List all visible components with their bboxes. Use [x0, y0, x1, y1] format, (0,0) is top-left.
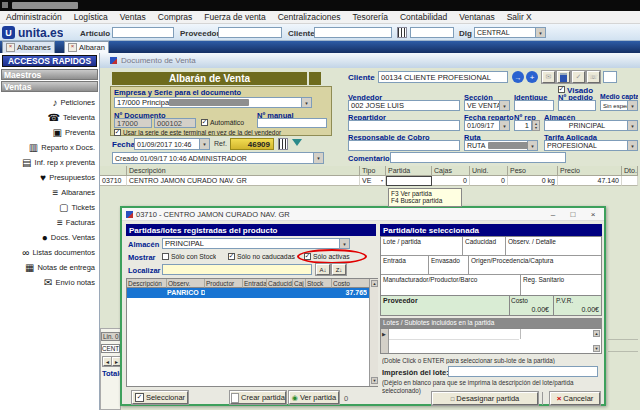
- num-rep-spinner[interactable]: 1: [514, 120, 532, 131]
- sidebar-item-facturas[interactable]: ≡Facturas: [0, 215, 99, 230]
- cell-unid[interactable]: 0: [470, 176, 508, 186]
- scroll-down-icon[interactable]: ▼: [593, 345, 600, 352]
- manufacturador-field[interactable]: Manufacturador/Productor/Barco: [381, 275, 521, 295]
- col-caj[interactable]: Caj: [293, 279, 306, 288]
- barcode-icon[interactable]: [397, 27, 407, 38]
- observ-field[interactable]: Observ. / Detalle: [506, 237, 601, 256]
- maximize-icon[interactable]: □: [564, 208, 582, 220]
- col-caducidad[interactable]: Caducidad: [267, 279, 293, 288]
- tab-albaranes[interactable]: × Albaranes: [2, 41, 55, 53]
- close-icon[interactable]: ×: [6, 43, 15, 52]
- barcode-input[interactable]: [410, 27, 454, 38]
- grid-col-codigo[interactable]: [100, 166, 127, 176]
- menu-ventas[interactable]: Ventas: [114, 12, 152, 22]
- solo-no-caducadas-checkbox[interactable]: [228, 253, 235, 260]
- chevron-down-icon[interactable]: ▾: [499, 101, 509, 110]
- sidebar-item-preventa[interactable]: ▣Preventa: [0, 125, 99, 140]
- chevron-down-icon[interactable]: ▾: [381, 178, 383, 183]
- col-productor[interactable]: Productor: [205, 279, 243, 288]
- cell-codigo[interactable]: 03710: [100, 176, 127, 186]
- num-doc-input[interactable]: 000102: [154, 118, 196, 128]
- automatico-checkbox[interactable]: [201, 119, 208, 126]
- sidebar-item-envio-notas[interactable]: ✉Envío notas: [0, 275, 99, 290]
- scroll-up-icon[interactable]: ▲: [371, 280, 378, 287]
- goto-arrow-icon[interactable]: →: [512, 71, 524, 83]
- cell-precio[interactable]: 47.140: [558, 176, 622, 186]
- menu-fuerza-de-venta[interactable]: Fuerza de venta: [198, 12, 271, 22]
- phone-button[interactable]: ☏: [587, 71, 600, 83]
- chevron-down-icon[interactable]: ▾: [627, 121, 637, 130]
- entrada-field[interactable]: Entrada: [381, 256, 429, 275]
- tab-albaran[interactable]: × Albaran: [64, 41, 109, 53]
- chevron-down-icon[interactable]: ▾: [627, 101, 637, 110]
- comentario-input[interactable]: [390, 152, 566, 163]
- cell-tipo[interactable]: VE▾: [360, 176, 386, 186]
- grid-col-unid[interactable]: Unid.: [470, 166, 508, 176]
- fecha-reparto-select[interactable]: 01/09/17 ▾: [464, 120, 510, 131]
- sidebar-item-notas-entrega[interactable]: ▦Notas de entrega: [0, 260, 99, 275]
- solo-con-stock-checkbox[interactable]: [162, 253, 169, 260]
- cell-peso[interactable]: 0 kg: [508, 176, 558, 186]
- ver-partida-button[interactable]: ◉ Ver partida: [289, 391, 339, 404]
- grid-col-precio[interactable]: Precio: [558, 166, 622, 176]
- visado-checkbox[interactable]: [558, 86, 565, 93]
- num-doc-serie-input[interactable]: 17000: [114, 118, 152, 128]
- sidebar-section-maestros[interactable]: Maestros: [1, 69, 98, 80]
- cancelar-button[interactable]: × Cancelar: [550, 392, 600, 405]
- col-entrada[interactable]: Entrada: [243, 279, 267, 288]
- header-detach-button[interactable]: [309, 72, 321, 85]
- mail-button[interactable]: ✉: [542, 71, 555, 83]
- chevron-down-icon[interactable]: ▾: [499, 121, 509, 130]
- col-descripcion[interactable]: Descripción: [127, 279, 167, 288]
- ref-number-button[interactable]: 46909: [230, 138, 274, 150]
- cliente-flag-box[interactable]: [603, 71, 617, 83]
- chevron-down-icon[interactable]: ▾: [301, 98, 311, 107]
- sidebar-item-tickets[interactable]: ▢Tickets: [0, 200, 99, 215]
- impresion-input[interactable]: [448, 366, 598, 377]
- sidebar-item-peticiones[interactable]: ♪Peticiones: [0, 95, 99, 110]
- usar-serie-checkbox[interactable]: [114, 129, 121, 136]
- tarifa-select[interactable]: PROFESIONAL ▾: [544, 140, 638, 151]
- identique-input[interactable]: [514, 100, 554, 111]
- grid-col-tipo[interactable]: Tipo: [360, 166, 386, 176]
- save-disk-button[interactable]: [557, 71, 570, 83]
- lote-field[interactable]: Lote / partida: [381, 237, 463, 256]
- desasignar-button[interactable]: □ Desasignar partida: [432, 392, 538, 405]
- seleccionar-button[interactable]: Seleccionar: [132, 391, 188, 404]
- sublotes-list[interactable]: ▶ ▲ ▼: [380, 328, 602, 354]
- cliente-doc-input[interactable]: 00134 CLIENTE PROFESIONAL: [378, 71, 508, 83]
- reg-sanitario-field[interactable]: Reg. Sanitario: [521, 275, 601, 295]
- chevron-down-icon[interactable]: ▾: [535, 28, 545, 37]
- popup-titlebar[interactable]: 03710 - CENTRO JAMON CURADO NAV. GR: [122, 208, 604, 221]
- chevron-down-icon[interactable]: ▾: [527, 141, 537, 150]
- repartidor-input[interactable]: [348, 120, 460, 131]
- confirm-check-button[interactable]: ✓: [572, 71, 585, 83]
- grid-col-peso[interactable]: Peso: [508, 166, 558, 176]
- col-costo[interactable]: Costo: [332, 279, 369, 288]
- sidebar-item-inf-rep[interactable]: ▤Inf. rep x preventa: [0, 155, 99, 170]
- sidebar-item-presupuestos[interactable]: ♥Presupuestos: [0, 170, 99, 185]
- menu-centralizaciones[interactable]: Centralizaciones: [272, 12, 347, 22]
- dlg-select[interactable]: CENTRAL ▾: [474, 27, 546, 38]
- chevron-down-icon[interactable]: ▾: [627, 141, 637, 150]
- creado-select[interactable]: Creado 01/09/17 10:46 ADMINISTRADOR ▾: [112, 152, 324, 164]
- sort-asc-button[interactable]: A↓: [316, 264, 330, 275]
- seccion-select[interactable]: VE VENTA ▾: [464, 100, 510, 111]
- sidebar-item-listas-documentos[interactable]: ∞Listas documentos: [0, 245, 99, 260]
- pedido-input[interactable]: [558, 100, 596, 111]
- close-icon[interactable]: ×: [584, 208, 602, 220]
- menu-logistica[interactable]: Logística: [68, 12, 114, 22]
- menu-ventanas[interactable]: Ventanas: [453, 12, 500, 22]
- menu-salir[interactable]: Salir X: [501, 12, 538, 22]
- grid-col-partida[interactable]: Partida: [386, 166, 432, 176]
- sidebar-item-reparto[interactable]: ▥Reparto x Docs.: [0, 140, 99, 155]
- responsable-input[interactable]: [348, 140, 460, 151]
- chevron-down-icon[interactable]: ▾: [199, 139, 209, 149]
- chevron-down-icon[interactable]: ▾: [313, 153, 323, 163]
- barcode-icon[interactable]: [278, 138, 288, 150]
- cell-partida-editing[interactable]: [386, 176, 432, 186]
- filter-funnel-icon[interactable]: [292, 139, 302, 146]
- col-stock[interactable]: Stock: [306, 279, 332, 288]
- spinner-arrows-icon[interactable]: ▴▾: [532, 120, 540, 131]
- caducidad-field[interactable]: Caducidad: [463, 237, 506, 256]
